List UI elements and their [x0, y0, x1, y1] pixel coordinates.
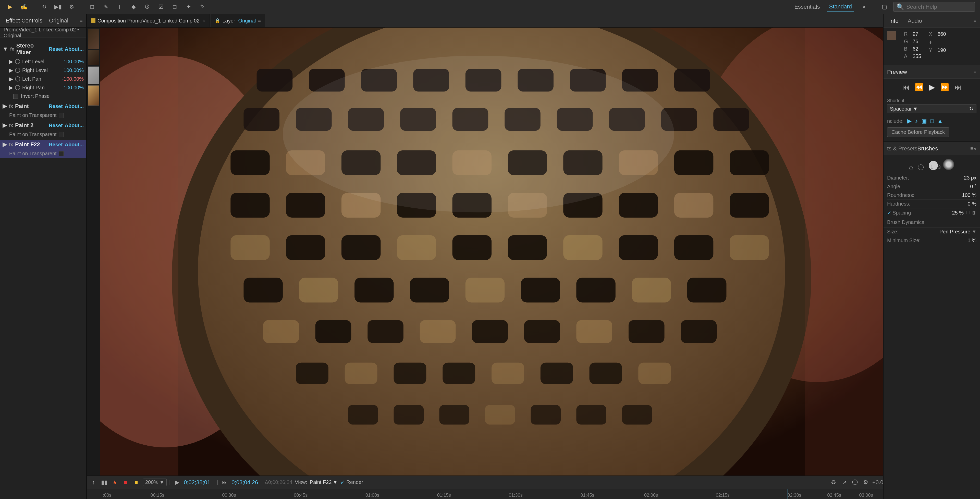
stereo-mixer-reset[interactable]: Reset — [49, 46, 62, 52]
hardness-value[interactable]: 0 % — [968, 201, 977, 207]
tc-grid-icon[interactable]: ⚙ — [862, 479, 870, 486]
tab-effect-controls[interactable]: Effect Controls — [3, 16, 45, 25]
paint-transparent-checkbox[interactable] — [59, 113, 64, 118]
cache-before-playback-btn[interactable]: Cache Before Playback — [887, 128, 949, 137]
tc-duration[interactable]: 0;03;04;26 — [231, 479, 262, 486]
thumb-4[interactable] — [88, 85, 99, 106]
arrow-tool[interactable]: ▶ — [5, 2, 15, 12]
view-dropdown[interactable]: Paint F22 ▼ — [310, 479, 338, 485]
spacing-icon-copy[interactable]: ☐ — [966, 210, 970, 215]
eraser-tool[interactable]: □ — [170, 2, 180, 12]
include-save-icon[interactable]: ▲ — [937, 118, 943, 124]
tc-star-icon[interactable]: ★ — [111, 479, 119, 486]
stereo-mixer-about[interactable]: About... — [65, 46, 84, 52]
preview-prev-btn[interactable]: ⏪ — [915, 83, 924, 91]
effect-paint-header[interactable]: ▶ fx Paint Reset About... — [0, 101, 86, 111]
thumb-2[interactable] — [88, 50, 99, 65]
spacing-icon-delete[interactable]: 🗑 — [972, 210, 977, 215]
effect-paint-2-header[interactable]: ▶ fx Paint 2 Reset About... — [0, 121, 86, 130]
paintf22-transparent-checkbox[interactable] — [59, 151, 64, 156]
shortcut-reset-icon[interactable]: ↻ — [969, 106, 974, 112]
left-pan-value[interactable]: -100.00% — [62, 76, 84, 82]
tab-original[interactable]: Original — [47, 16, 70, 25]
clone-tool[interactable]: ☑ — [156, 2, 166, 12]
brush-size-1[interactable] — [909, 166, 913, 170]
paintf22-reset[interactable]: Reset — [49, 142, 62, 148]
tc-plus-icon[interactable]: +0.00 — [872, 479, 880, 486]
brush-dynamics-label[interactable]: Brush Dynamics — [883, 217, 980, 228]
brush-size-hard[interactable] — [929, 161, 938, 170]
preview-play-btn[interactable]: ▶ — [929, 82, 935, 92]
search-input[interactable] — [906, 3, 972, 10]
brushes-presets-label[interactable]: ts & Presets — [887, 145, 918, 152]
workspace-standard[interactable]: Standard — [827, 2, 854, 11]
right-pan-value[interactable]: 100.00% — [64, 85, 84, 91]
shape-tool[interactable]: ◆ — [129, 2, 138, 12]
settings-tool[interactable]: ⚙ — [67, 2, 76, 12]
include-expand-icon[interactable]: □ — [931, 118, 934, 124]
comp-tab-promovideo[interactable]: Composition PromoVideo_1 Linked Comp 02 … — [87, 14, 210, 27]
layer-tab-menu[interactable]: ≡ — [258, 18, 261, 24]
left-level-value[interactable]: 100.00% — [64, 59, 84, 65]
size-dropdown-icon[interactable]: ▼ — [972, 229, 977, 234]
tc-duration-icon[interactable]: ⏭ — [221, 479, 229, 486]
pen-tool[interactable]: ✎ — [101, 2, 111, 12]
panel-menu-icon[interactable]: ≡ — [80, 18, 83, 24]
paint-about[interactable]: About... — [65, 104, 84, 109]
min-size-value[interactable]: 1 % — [968, 238, 977, 243]
preview-last-btn[interactable]: ⏭ — [954, 83, 961, 91]
thumb-1[interactable] — [88, 29, 99, 49]
roto-brush-tool[interactable]: ✦ — [184, 2, 193, 12]
effect-paint-f22-header[interactable]: ▶ fx Paint F22 Reset About... — [0, 140, 86, 149]
video-cam-tool[interactable]: ▶▮ — [53, 2, 63, 12]
shortcut-dropdown[interactable]: Spacebar ▼ ↻ — [887, 104, 977, 113]
tc-current-time[interactable]: 0;02;38;01 — [184, 479, 215, 486]
paintf22-about[interactable]: About... — [65, 142, 84, 148]
tab-audio[interactable]: Audio — [906, 17, 924, 25]
size-value[interactable]: Pen Pressure — [939, 229, 970, 235]
undo-tool[interactable]: ↻ — [39, 2, 49, 12]
brushes-expand-icon[interactable]: » — [974, 145, 977, 152]
brush-size-3[interactable] — [918, 164, 924, 170]
paint2-reset[interactable]: Reset — [49, 123, 62, 128]
info-menu-icon[interactable]: ≡ — [974, 18, 977, 24]
preview-first-btn[interactable]: ⏮ — [902, 83, 910, 91]
tc-green-icon[interactable]: ■ — [132, 479, 140, 486]
paint2-about[interactable]: About... — [65, 123, 84, 128]
tc-export-icon[interactable]: ↗ — [840, 479, 848, 486]
paint-reset[interactable]: Reset — [49, 104, 62, 109]
include-video-icon[interactable]: ▶ — [907, 118, 912, 124]
paint-brush-tool[interactable]: ☮ — [142, 2, 152, 12]
diameter-value[interactable]: 23 px — [964, 175, 977, 181]
tc-zoom-level[interactable]: 200% ▼ — [143, 478, 167, 486]
workspace-essentials[interactable]: Essentials — [792, 3, 822, 11]
brush-size-soft[interactable] — [943, 159, 954, 170]
effect-stereo-mixer-header[interactable]: ▼ fx Stereo Mixer Reset About... — [0, 41, 86, 57]
hand-tool[interactable]: ✍ — [19, 2, 29, 12]
include-audio-icon[interactable]: ♪ — [915, 118, 918, 124]
preview-menu-icon[interactable]: ≡ — [974, 69, 977, 75]
workspace-expand-icon[interactable]: » — [859, 2, 869, 12]
text-tool[interactable]: T — [115, 2, 124, 12]
thumb-3[interactable] — [88, 66, 99, 84]
include-overlay-icon[interactable]: ▣ — [921, 118, 927, 124]
tc-toggle-icon[interactable]: ▮▮ — [100, 479, 108, 486]
tc-info-icon[interactable]: ⓘ — [851, 478, 859, 486]
monitor-icon[interactable]: ▢ — [880, 2, 889, 12]
tc-move-icon[interactable]: ↕ — [89, 479, 97, 486]
tc-move-playhead[interactable]: ▶ — [173, 479, 181, 486]
preview-next-btn[interactable]: ⏩ — [940, 83, 949, 91]
spacing-value[interactable]: 25 % — [952, 210, 964, 216]
paint2-transparent-checkbox[interactable] — [59, 132, 64, 137]
comp-tab-close[interactable]: × — [203, 18, 205, 24]
marquee-tool[interactable]: □ — [87, 2, 97, 12]
render-checkbox[interactable]: ✓ Render — [340, 479, 363, 486]
angle-value[interactable]: 0 ° — [970, 183, 977, 190]
invert-phase-checkbox[interactable] — [13, 94, 18, 99]
tc-reset-icon[interactable]: ♻ — [829, 479, 838, 486]
param-invert-phase[interactable]: Invert Phase — [0, 92, 86, 100]
puppet-tool[interactable]: ✎ — [197, 2, 207, 12]
layer-tab[interactable]: 🔒 Layer Original ≡ — [210, 14, 265, 27]
right-level-value[interactable]: 100.00% — [64, 67, 84, 73]
brushes-menu-icon[interactable]: ≡ — [970, 145, 974, 151]
